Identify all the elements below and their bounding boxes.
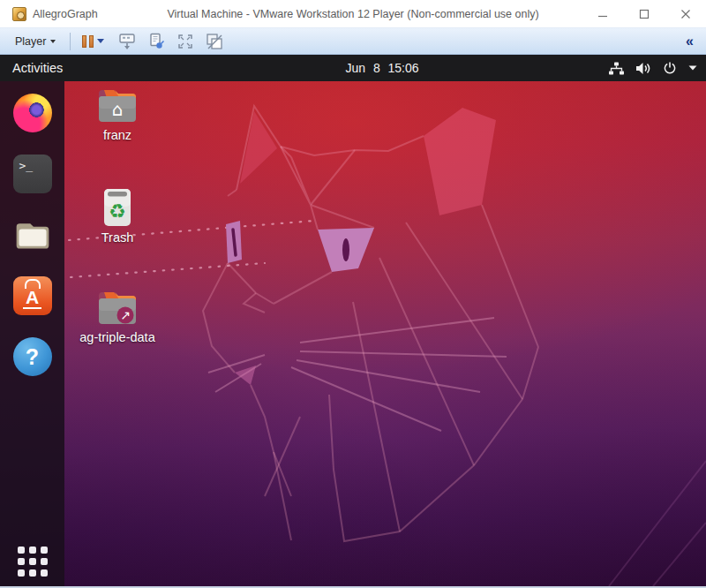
window-controls <box>582 0 706 27</box>
close-button[interactable] <box>665 0 706 27</box>
svg-text:⌂: ⌂ <box>112 99 124 120</box>
folder-link-icon: ↗ <box>95 289 139 328</box>
unity-mode-icon <box>206 33 223 50</box>
gnome-top-bar: Activities Jun 8 15:06 <box>0 55 706 81</box>
vmware-toolbar: Player <box>0 27 706 55</box>
toolbar-separator <box>70 33 71 50</box>
vm-tab[interactable]: AllegroGraph <box>0 7 98 21</box>
ubuntu-software-icon: A <box>13 276 52 315</box>
dock-item-terminal[interactable]: >_ <box>11 154 54 194</box>
desktop-icon-label: ag-triple-data <box>79 330 154 344</box>
devices-icon <box>147 33 165 50</box>
home-folder-icon: ⌂ <box>95 87 139 125</box>
minimize-icon <box>597 9 608 19</box>
send-ctrl-alt-del-button[interactable] <box>115 31 139 52</box>
player-menu-button[interactable]: Player <box>9 33 62 50</box>
dock-item-files[interactable] <box>11 215 54 255</box>
dock-item-firefox[interactable] <box>11 93 54 133</box>
desktop-icon-trash[interactable]: ♻ Trash <box>76 187 159 245</box>
unity-mode-button[interactable] <box>202 31 226 52</box>
volume-icon <box>635 62 651 75</box>
fullscreen-icon <box>176 33 194 50</box>
vm-screen: Activities Jun 8 15:06 <box>0 55 706 586</box>
desktop-icon-ag-triple-data[interactable]: ↗ ag-triple-data <box>69 289 166 344</box>
files-icon <box>13 218 52 252</box>
dock-item-help[interactable]: ? <box>11 336 54 377</box>
manage-devices-button[interactable] <box>144 31 168 52</box>
desktop-icon-label: franz <box>103 128 131 142</box>
minimize-button[interactable] <box>582 0 623 27</box>
close-icon <box>680 9 691 19</box>
software-letter: A <box>23 288 41 309</box>
suspend-button[interactable] <box>79 34 108 49</box>
ctrl-alt-del-icon <box>117 33 137 50</box>
help-icon: ? <box>13 337 52 376</box>
dock-item-ubuntu-software[interactable]: A <box>11 275 54 316</box>
allegrograph-icon <box>12 7 26 21</box>
chevron-down-icon <box>50 40 56 43</box>
vm-tab-label: AllegroGraph <box>33 8 98 20</box>
show-applications-button[interactable] <box>18 547 48 577</box>
terminal-icon: >_ <box>13 155 52 193</box>
player-menu-label: Player <box>15 35 46 48</box>
chevron-down-icon <box>97 39 104 43</box>
desktop-icon-label: Trash <box>101 230 134 245</box>
maximize-button[interactable] <box>623 0 665 27</box>
svg-text:♻: ♻ <box>109 200 126 222</box>
title-bar: Virtual Machine - VMware Workstation 12 … <box>0 0 706 27</box>
chevron-down-icon <box>688 65 697 71</box>
svg-text:↗: ↗ <box>120 308 131 322</box>
power-icon <box>663 61 677 75</box>
desktop-icon-franz[interactable]: ⌂ franz <box>76 87 159 142</box>
activities-button[interactable]: Activities <box>0 55 75 81</box>
dock: >_ A ? <box>0 81 64 586</box>
firefox-icon <box>13 94 52 132</box>
maximize-icon <box>639 9 650 19</box>
vmware-player-window: Virtual Machine - VMware Workstation 12 … <box>0 0 706 588</box>
clock[interactable]: Jun 8 15:06 <box>345 61 418 75</box>
collapse-toolbar-button[interactable]: « <box>682 34 697 49</box>
system-tray[interactable] <box>609 55 697 81</box>
fullscreen-button[interactable] <box>173 31 197 52</box>
trash-icon: ♻ <box>97 187 138 228</box>
network-wired-icon <box>609 62 624 75</box>
pause-icon <box>82 35 94 48</box>
